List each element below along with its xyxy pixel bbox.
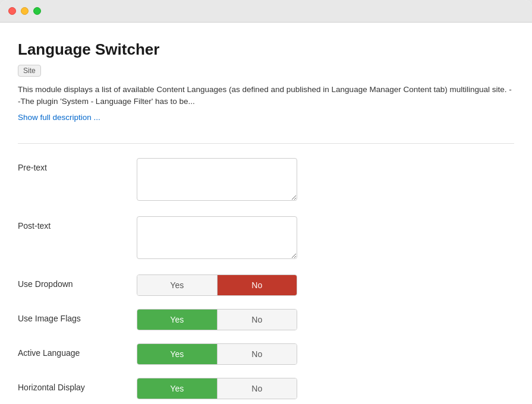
horizontal-display-label: Horizontal Display [18, 378, 137, 392]
active-language-label: Active Language [18, 343, 137, 358]
maximize-button[interactable] [33, 7, 41, 15]
use-image-flags-control: Yes No [137, 309, 514, 330]
horizontal-display-row: Horizontal Display Yes No [18, 378, 514, 399]
title-bar [0, 0, 532, 23]
pretext-label: Pre-text [18, 158, 137, 172]
use-dropdown-row: Use Dropdown Yes No [18, 274, 514, 296]
section-divider [18, 143, 514, 144]
pretext-control [137, 158, 514, 203]
use-dropdown-label: Use Dropdown [18, 274, 137, 289]
use-image-flags-label: Use Image Flags [18, 309, 137, 323]
horizontal-display-control: Yes No [137, 378, 514, 399]
use-dropdown-toggle: Yes No [137, 274, 297, 296]
use-dropdown-no-button[interactable]: No [217, 275, 297, 295]
active-language-control: Yes No [137, 343, 514, 365]
horizontal-display-yes-button[interactable]: Yes [137, 378, 217, 399]
main-window: Language Switcher Site This module displ… [0, 0, 532, 404]
module-description: This module displays a list of available… [18, 84, 514, 108]
show-full-description-link[interactable]: Show full description ... [18, 113, 100, 122]
use-image-flags-no-button[interactable]: No [217, 310, 297, 330]
active-language-no-button[interactable]: No [217, 344, 297, 364]
active-language-toggle: Yes No [137, 343, 297, 365]
posttext-control [137, 216, 514, 261]
page-title: Language Switcher [18, 40, 514, 59]
use-image-flags-row: Use Image Flags Yes No [18, 309, 514, 330]
minimize-button[interactable] [21, 7, 29, 15]
use-dropdown-yes-button[interactable]: Yes [137, 275, 217, 295]
posttext-label: Post-text [18, 216, 137, 231]
active-language-row: Active Language Yes No [18, 343, 514, 365]
active-language-yes-button[interactable]: Yes [137, 344, 217, 364]
page-content: Language Switcher Site This module displ… [0, 23, 532, 404]
posttext-textarea[interactable] [137, 216, 297, 259]
horizontal-display-toggle: Yes No [137, 378, 297, 399]
posttext-row: Post-text [18, 216, 514, 261]
use-image-flags-toggle: Yes No [137, 309, 297, 330]
horizontal-display-no-button[interactable]: No [217, 378, 297, 399]
close-button[interactable] [8, 7, 16, 15]
pretext-row: Pre-text [18, 158, 514, 203]
use-image-flags-yes-button[interactable]: Yes [137, 310, 217, 330]
use-dropdown-control: Yes No [137, 274, 514, 296]
site-badge: Site [18, 65, 41, 77]
pretext-textarea[interactable] [137, 158, 297, 201]
